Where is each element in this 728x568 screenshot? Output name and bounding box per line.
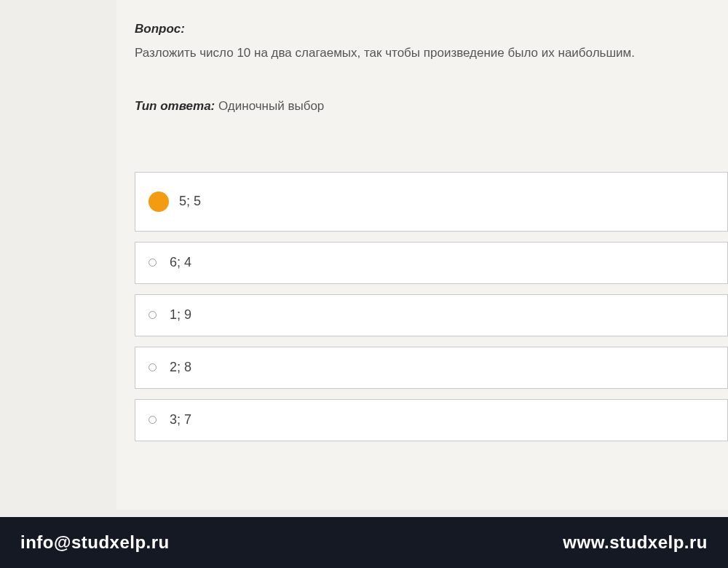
option-row[interactable]: 1; 9 <box>135 294 728 336</box>
options-list: 5; 5 6; 4 1; 9 2; 8 3; 7 <box>135 172 728 441</box>
option-row[interactable]: 2; 8 <box>135 347 728 389</box>
radio-icon <box>149 259 157 267</box>
option-label: 1; 9 <box>170 307 191 323</box>
option-row[interactable]: 6; 4 <box>135 242 728 284</box>
footer: info@studxelp.ru www.studxelp.ru <box>0 517 728 568</box>
question-section: Вопрос: Разложить число 10 на два слагае… <box>135 22 728 114</box>
footer-website: www.studxelp.ru <box>563 532 708 553</box>
option-label: 6; 4 <box>170 255 191 270</box>
radio-icon <box>149 311 157 319</box>
answer-type-row: Тип ответа: Одиночный выбор <box>135 99 699 114</box>
radio-selected-icon <box>149 192 169 212</box>
answer-type-label: Тип ответа: <box>135 99 215 113</box>
footer-email: info@studxelp.ru <box>20 532 170 553</box>
content-panel: Вопрос: Разложить число 10 на два слагае… <box>116 0 728 510</box>
option-label: 5; 5 <box>179 194 201 209</box>
question-text: Разложить число 10 на два слагаемых, так… <box>135 44 699 63</box>
question-label: Вопрос: <box>135 22 699 36</box>
radio-icon <box>149 416 157 424</box>
radio-icon <box>149 363 157 371</box>
option-label: 3; 7 <box>170 412 191 427</box>
option-row[interactable]: 3; 7 <box>135 399 728 441</box>
option-label: 2; 8 <box>170 360 191 375</box>
option-row[interactable]: 5; 5 <box>135 172 728 232</box>
answer-type-value: Одиночный выбор <box>218 99 324 113</box>
